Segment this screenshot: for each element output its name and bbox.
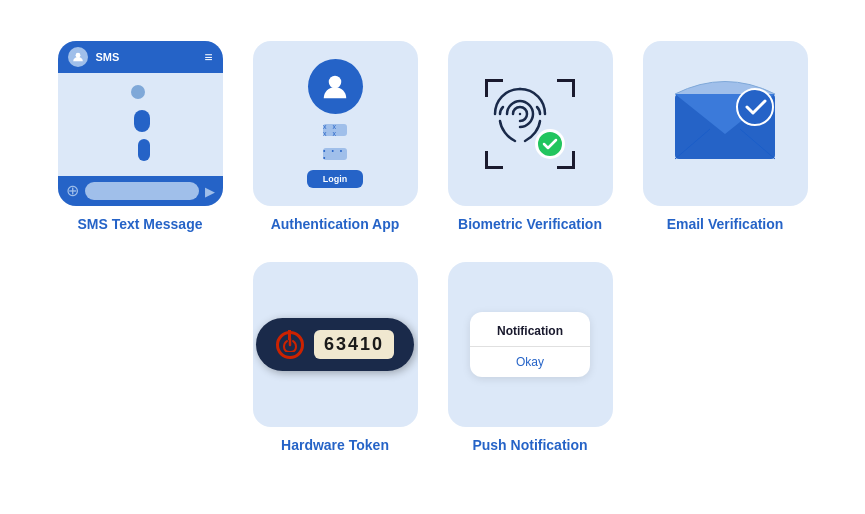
sms-sender-avatar — [131, 85, 145, 99]
hardware-card: 63410 — [253, 262, 418, 427]
svg-point-1 — [329, 75, 342, 88]
push-dialog: Notification Okay — [470, 312, 590, 377]
push-label: Push Notification — [472, 437, 587, 453]
auth-card: x x x x • • • • Login — [253, 41, 418, 206]
token-device: 63410 — [256, 318, 414, 371]
sms-incoming — [131, 81, 150, 103]
email-label: Email Verification — [667, 216, 784, 232]
email-envelope-svg — [665, 79, 785, 169]
push-inner: Notification Okay — [448, 262, 613, 427]
auth-password-row: • • • • — [323, 146, 347, 162]
bio-corner-tl — [485, 79, 503, 97]
push-card-container: Notification Okay Push Notification — [448, 262, 613, 453]
sms-body — [121, 73, 160, 176]
sms-menu-icon: ≡ — [204, 50, 212, 64]
bio-label: Biometric Verification — [458, 216, 602, 232]
auth-inner: x x x x • • • • Login — [253, 44, 418, 203]
bio-check-badge — [535, 129, 565, 159]
sms-title: SMS — [96, 51, 197, 63]
bio-card-container: Biometric Verification — [448, 41, 613, 232]
bio-fingerprint — [485, 79, 575, 169]
auth-username-row: x x x x — [323, 122, 347, 138]
power-svg — [283, 338, 297, 352]
bio-card — [448, 41, 613, 206]
token-power-icon — [276, 331, 304, 359]
email-card — [643, 41, 808, 206]
token-code: 63410 — [314, 330, 394, 359]
sms-avatar — [68, 47, 88, 67]
sms-bubble-3 — [138, 139, 149, 161]
hardware-label: Hardware Token — [281, 437, 389, 453]
sms-header: SMS ≡ — [58, 41, 223, 73]
push-okay-button[interactable]: Okay — [470, 347, 590, 377]
hardware-card-container: 63410 Hardware Token — [253, 262, 418, 453]
push-notification-title: Notification — [470, 312, 590, 347]
token-inner: 63410 — [253, 262, 418, 427]
sms-footer: ⊕ ▶ — [58, 176, 223, 206]
email-card-container: Email Verification — [643, 41, 808, 232]
sms-card-container: SMS ≡ ⊕ ▶ SMS Text Message — [58, 41, 223, 232]
bio-check-icon — [542, 136, 558, 152]
row-1: SMS ≡ ⊕ ▶ SMS Text Message — [58, 41, 808, 232]
auth-label: Authentication App — [271, 216, 400, 232]
bio-corner-tr — [557, 79, 575, 97]
sms-plus-icon: ⊕ — [66, 183, 79, 199]
bio-inner — [448, 41, 613, 206]
bio-corner-bl — [485, 151, 503, 169]
auth-x-dots: x x x x — [323, 123, 347, 137]
sms-label: SMS Text Message — [77, 216, 202, 232]
push-card: Notification Okay — [448, 262, 613, 427]
svg-point-0 — [75, 53, 80, 58]
auth-username-field: x x x x — [323, 124, 347, 136]
auth-pin-dots: • • • • — [323, 147, 347, 161]
sms-bubble-2 — [134, 110, 149, 132]
auth-card-container: x x x x • • • • Login Authentication App — [253, 41, 418, 232]
sms-card: SMS ≡ ⊕ ▶ — [58, 41, 223, 206]
row-2: 63410 Hardware Token Notification Okay P… — [253, 262, 613, 453]
auth-password-field: • • • • — [323, 148, 347, 160]
sms-input-bar — [85, 182, 199, 200]
sms-send-icon: ▶ — [205, 184, 215, 199]
email-inner — [643, 41, 808, 206]
auth-avatar — [308, 59, 363, 114]
auth-login-button[interactable]: Login — [307, 170, 364, 188]
svg-point-3 — [737, 89, 773, 125]
